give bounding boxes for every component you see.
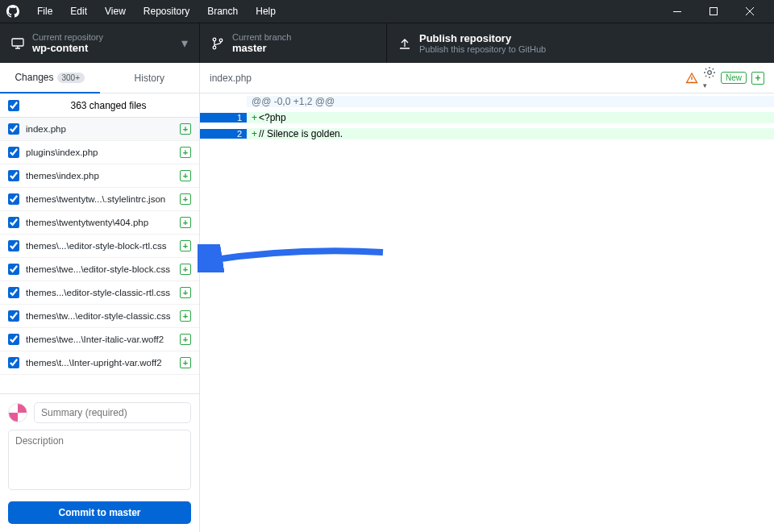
svg-rect-0 [673, 11, 681, 12]
current-repository-selector[interactable]: Current repository wp-content ▾ [0, 23, 200, 63]
changed-files-count: 363 changed files [26, 100, 191, 111]
file-row[interactable]: themes\t...\Inter-upright-var.woff2+ [0, 351, 199, 375]
added-status-icon: + [180, 310, 191, 322]
file-checkbox[interactable] [8, 170, 19, 181]
added-status-icon: + [180, 287, 191, 298]
publish-repository-button[interactable]: Publish repository Publish this reposito… [387, 23, 774, 63]
file-checkbox[interactable] [8, 334, 19, 345]
diff-line-added[interactable]: 2+// Silence is golden. [200, 126, 774, 142]
file-row[interactable]: themes\twe...\Inter-italic-var.woff2+ [0, 328, 199, 351]
title-bar: File Edit View Repository Branch Help [0, 0, 774, 23]
file-checkbox[interactable] [8, 310, 19, 322]
diff-hunk-header: @@ -0,0 +1,2 @@ [200, 94, 774, 110]
add-file-icon[interactable]: + [751, 72, 764, 85]
upload-icon [398, 37, 411, 50]
menu-help[interactable]: Help [248, 2, 284, 20]
chevron-down-icon: ▾ [181, 35, 188, 51]
file-name: index.php [26, 124, 180, 134]
close-button[interactable] [731, 0, 768, 23]
maximize-button[interactable] [695, 0, 731, 23]
changed-files-list[interactable]: index.php+plugins\index.php+themes\index… [0, 118, 199, 393]
file-checkbox[interactable] [8, 147, 19, 158]
commit-description-input[interactable] [8, 430, 191, 490]
file-row[interactable]: plugins\index.php+ [0, 141, 199, 164]
settings-button[interactable]: ▾ [703, 66, 716, 90]
avatar [8, 403, 27, 422]
added-status-icon: + [180, 264, 191, 275]
file-row[interactable]: themes\twe...\editor-style-block.css+ [0, 258, 199, 281]
added-status-icon: + [180, 170, 191, 181]
select-all-checkbox[interactable] [8, 100, 19, 111]
branch-name: master [232, 42, 375, 54]
menu-edit[interactable]: Edit [62, 2, 95, 20]
file-name: themes\t...\Inter-upright-var.woff2 [26, 358, 180, 368]
svg-point-6 [708, 70, 712, 74]
menu-bar: File Edit View Repository Branch Help [29, 2, 284, 20]
added-status-icon: + [180, 193, 191, 205]
file-checkbox[interactable] [8, 287, 19, 298]
repo-label: Current repository [32, 32, 181, 42]
commit-button[interactable]: Commit to master [8, 501, 191, 524]
file-row[interactable]: themes\tw...\editor-style-classic.css+ [0, 305, 199, 328]
tab-changes[interactable]: Changes 300+ [0, 63, 100, 94]
publish-subtitle: Publish this repository to GitHub [419, 44, 763, 54]
line-number: 2 [223, 129, 247, 139]
file-row[interactable]: themes\twentytw...\.stylelintrc.json+ [0, 188, 199, 211]
minimize-button[interactable] [659, 0, 695, 23]
file-name: themes\...\editor-style-block-rtl.css [26, 241, 180, 251]
file-checkbox[interactable] [8, 123, 19, 135]
file-row[interactable]: themes\twentytwenty\404.php+ [0, 211, 199, 235]
added-status-icon: + [180, 240, 191, 251]
diff-header: index.php ▾ New + [200, 63, 774, 94]
added-status-icon: + [180, 217, 191, 228]
menu-file[interactable]: File [29, 2, 60, 20]
menu-branch[interactable]: Branch [199, 2, 246, 20]
file-checkbox[interactable] [8, 217, 19, 228]
branch-label: Current branch [232, 32, 375, 42]
file-name: themes\twe...\editor-style-block.css [26, 264, 180, 274]
repo-name: wp-content [32, 42, 181, 54]
menu-repository[interactable]: Repository [135, 2, 198, 20]
svg-point-3 [213, 38, 216, 41]
main-content: Changes 300+ History 363 changed files i… [0, 63, 774, 532]
commit-button-prefix: Commit to [58, 507, 109, 518]
commit-summary-input[interactable] [34, 402, 191, 423]
diff-line-added[interactable]: 1+<?php [200, 110, 774, 126]
svg-rect-2 [12, 39, 23, 46]
file-checkbox[interactable] [8, 264, 19, 275]
file-checkbox[interactable] [8, 357, 19, 368]
file-row[interactable]: index.php+ [0, 118, 199, 141]
tab-changes-label: Changes [15, 72, 53, 83]
annotation-arrow [198, 244, 387, 272]
file-name: themes\tw...\editor-style-classic.css [26, 311, 180, 321]
file-name: themes...\editor-style-classic-rtl.css [26, 288, 180, 297]
github-logo-icon [6, 5, 19, 18]
diff-pane: index.php ▾ New + @@ -0,0 +1,2 @@ 1+<?ph… [200, 63, 774, 532]
file-name: themes\twentytwenty\404.php [26, 218, 180, 227]
file-row[interactable]: themes...\editor-style-classic-rtl.css+ [0, 281, 199, 305]
svg-point-4 [213, 46, 216, 49]
diff-body[interactable]: @@ -0,0 +1,2 @@ 1+<?php2+// Silence is g… [200, 94, 774, 142]
added-status-icon: + [180, 123, 191, 135]
file-name: themes\twentytw...\.stylelintrc.json [26, 194, 180, 204]
publish-title: Publish repository [419, 32, 763, 44]
commit-button-branch: master [109, 507, 140, 518]
current-branch-selector[interactable]: Current branch master [200, 23, 387, 63]
desktop-icon [11, 37, 24, 50]
tab-history[interactable]: History [100, 63, 200, 94]
menu-view[interactable]: View [97, 2, 134, 20]
git-branch-icon [211, 37, 224, 50]
file-checkbox[interactable] [8, 193, 19, 205]
file-checkbox[interactable] [8, 240, 19, 251]
window-controls [659, 0, 768, 23]
file-name: themes\index.php [26, 171, 180, 181]
added-status-icon: + [180, 334, 191, 345]
diff-line-text: <?php [259, 112, 286, 123]
diff-filename: index.php [210, 73, 685, 84]
sidebar-tabs: Changes 300+ History [0, 63, 199, 94]
sidebar: Changes 300+ History 363 changed files i… [0, 63, 200, 532]
file-name: plugins\index.php [26, 148, 180, 157]
toolbar: Current repository wp-content ▾ Current … [0, 23, 774, 63]
file-row[interactable]: themes\index.php+ [0, 164, 199, 188]
file-row[interactable]: themes\...\editor-style-block-rtl.css+ [0, 235, 199, 258]
